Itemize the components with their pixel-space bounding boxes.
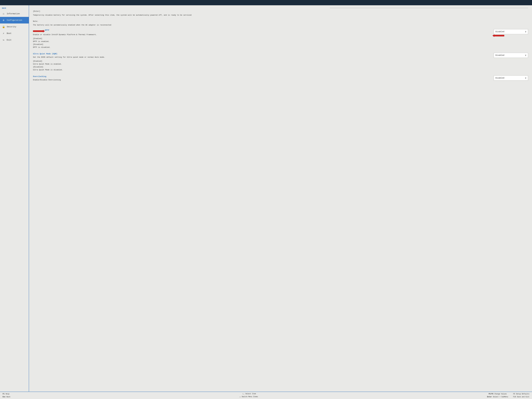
- uqm-dropdown[interactable]: Disabled ∨: [494, 53, 528, 58]
- uqm-section: Ultra Quiet Mode (UQM) Set the BIOS defa…: [33, 53, 528, 71]
- overclocking-row: Overclocking Enable/Disable Overclocking…: [33, 76, 528, 82]
- f10-label: Save and Exit: [517, 396, 529, 398]
- dptf-title: DPTF: [45, 29, 49, 31]
- note-label: Note:: [33, 20, 528, 23]
- sidebar-item-security-label: Security: [7, 26, 16, 28]
- footer-line-1: F1 Help ↑↓ Select Item F5/F6 Change Valu…: [3, 393, 529, 395]
- dptf-section: DPTF Enable or disable Intel® Dynamic Pl…: [33, 29, 528, 49]
- intro-enter: [Enter]: [33, 10, 528, 13]
- f9-label: Setup Defaults: [516, 393, 529, 395]
- dptf-dropdown-arrow: ∨: [525, 30, 526, 33]
- uqm-right: Disabled ∨: [494, 53, 528, 58]
- sidebar-item-configuration[interactable]: ⚙ Configuration: [0, 17, 29, 24]
- esc-key: Esc: [3, 396, 6, 398]
- footer-right-col-1: F5/F6 Change Values F9 Setup Defaults: [489, 393, 529, 395]
- dptf-arrow-indicator: [33, 30, 44, 32]
- sidebar: BACK ⌂ Information ⚙ Configuration 🔒 Sec…: [0, 5, 29, 392]
- sidebar-item-boot-label: Boot: [7, 32, 12, 35]
- overclocking-description: Enable/Disable Overclocking: [33, 79, 106, 81]
- uqm-description: Set the BIOS default setting for Ultra q…: [33, 56, 106, 59]
- uqm-options: [Enabled]Ultra Quiet Mode is enabled.[Di…: [33, 60, 112, 71]
- enter-label: Select > SubMenu: [493, 396, 508, 398]
- f1-key: F1: [3, 393, 5, 395]
- esc-label: Back: [6, 396, 10, 398]
- sidebar-item-configuration-label: Configuration: [7, 19, 22, 21]
- sidebar-item-exit-label: Exit: [7, 39, 12, 41]
- dptf-value: Disabled: [495, 31, 504, 33]
- footer-right-col-2: Enter Select > SubMenu F10 Save and Exit: [487, 396, 529, 398]
- home-icon: ⌂: [2, 13, 5, 15]
- overclocking-right: Disabled ∨: [494, 76, 528, 81]
- enter-key: Enter: [487, 396, 492, 398]
- footer-center-col-2: ↔ Switch Menu Items: [10, 396, 487, 398]
- main-container: BACK ⌂ Information ⚙ Configuration 🔒 Sec…: [0, 5, 532, 392]
- f9-key: F9: [513, 393, 515, 395]
- footer: F1 Help ↑↓ Select Item F5/F6 Change Valu…: [0, 392, 532, 399]
- overclocking-dropdown-arrow: ∨: [525, 77, 526, 79]
- intro-description: Temporarily disable battery for servicin…: [33, 14, 528, 17]
- f10-key: F10: [513, 396, 516, 398]
- dptf-description: Enable or disable Intel® Dynamic Platfor…: [33, 33, 106, 36]
- overclocking-value: Disabled: [495, 77, 504, 79]
- note-text: The battery will be automatically enable…: [33, 24, 528, 26]
- f5f6-key: F5/F6: [489, 393, 493, 395]
- content-area: [Enter] Temporarily disable battery for …: [29, 5, 532, 392]
- dptf-dropdown[interactable]: Disabled ∨: [494, 29, 528, 34]
- uqm-left: Ultra Quiet Mode (UQM) Set the BIOS defa…: [33, 53, 112, 71]
- dptf-right: Disabled ∨: [494, 29, 528, 37]
- uqm-dropdown-arrow: ∨: [525, 54, 526, 57]
- dptf-options: [Enabled]DPTF is enabled.[Disabled]DPTF …: [33, 37, 112, 49]
- overclocking-dropdown[interactable]: Disabled ∨: [494, 76, 528, 81]
- sidebar-item-information[interactable]: ⌂ Information: [0, 11, 29, 17]
- lock-icon: 🔒: [2, 25, 5, 28]
- sidebar-item-boot[interactable]: ⚡ Boot: [0, 30, 29, 37]
- overclocking-section: Overclocking Enable/Disable Overclocking…: [33, 76, 528, 82]
- sidebar-item-information-label: Information: [7, 13, 20, 15]
- dptf-row: DPTF Enable or disable Intel® Dynamic Pl…: [33, 29, 528, 49]
- sidebar-item-security[interactable]: 🔒 Security: [0, 24, 29, 30]
- footer-left-col-2: Esc Back: [3, 396, 10, 398]
- footer-line-2: Esc Back ↔ Switch Menu Items Enter Selec…: [3, 395, 529, 398]
- top-bar: [0, 0, 532, 5]
- footer-left-col: F1 Help: [3, 393, 9, 395]
- f5f6-label: Change Values: [494, 393, 507, 395]
- sidebar-item-exit[interactable]: ↪ Exit: [0, 37, 29, 43]
- uqm-value: Disabled: [495, 54, 504, 56]
- overclocking-title: Overclocking: [33, 76, 112, 78]
- select-item-label: Select Item: [245, 393, 256, 395]
- footer-center-col-1: ↑↓ Select Item: [9, 393, 489, 395]
- switch-menu-label: Switch Menu Items: [242, 396, 258, 398]
- f1-label: Help: [6, 393, 9, 395]
- dptf-red-arrow-right: [494, 35, 504, 36]
- exit-icon: ↪: [2, 38, 5, 41]
- gear-icon: ⚙: [2, 19, 5, 22]
- switch-menu-icon: ↔: [240, 396, 241, 398]
- uqm-row: Ultra Quiet Mode (UQM) Set the BIOS defa…: [33, 53, 528, 71]
- dptf-left: DPTF Enable or disable Intel® Dynamic Pl…: [33, 29, 112, 49]
- back-link[interactable]: BACK: [0, 6, 29, 11]
- boot-icon: ⚡: [2, 32, 5, 35]
- overclocking-left: Overclocking Enable/Disable Overclocking: [33, 76, 112, 82]
- uqm-title: Ultra Quiet Mode (UQM): [33, 53, 112, 55]
- select-item-icon: ↑↓: [242, 393, 244, 395]
